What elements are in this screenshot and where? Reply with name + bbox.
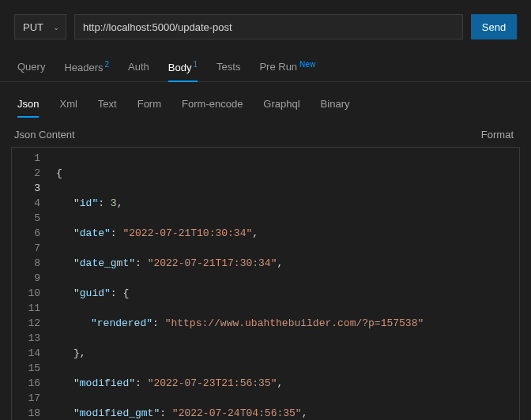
content-title: Json Content bbox=[14, 129, 75, 141]
tab-headers[interactable]: Headers2 bbox=[64, 54, 109, 81]
tab-headers-count: 2 bbox=[105, 60, 110, 69]
http-method-value: PUT bbox=[23, 21, 43, 33]
format-button[interactable]: Format bbox=[481, 129, 514, 141]
request-bar: PUT ⌄ Send bbox=[0, 0, 531, 51]
subtab-graphql[interactable]: Graphql bbox=[263, 93, 299, 118]
tab-body-count: 1 bbox=[194, 60, 198, 69]
tab-query[interactable]: Query bbox=[17, 54, 45, 81]
url-input[interactable] bbox=[74, 14, 463, 39]
subtab-formencode[interactable]: Form-encode bbox=[182, 93, 243, 118]
tab-body-label: Body bbox=[168, 62, 192, 73]
tab-tests[interactable]: Tests bbox=[217, 54, 240, 81]
body-subtabs: Json Xml Text Form Form-encode Graphql B… bbox=[0, 82, 531, 118]
tab-headers-label: Headers bbox=[64, 62, 103, 73]
tab-prerun-label: Pre Run bbox=[259, 61, 297, 73]
subtab-form[interactable]: Form bbox=[137, 93, 161, 118]
subtab-text[interactable]: Text bbox=[98, 93, 117, 118]
code-content[interactable]: { "id": 3, "date": "2022-07-21T10:30:34"… bbox=[50, 148, 487, 420]
chevron-down-icon: ⌄ bbox=[53, 23, 59, 32]
subtab-json[interactable]: Json bbox=[17, 93, 39, 118]
request-tabs: Query Headers2 Auth Body1 Tests Pre RunN… bbox=[0, 51, 531, 82]
send-button[interactable]: Send bbox=[471, 14, 517, 39]
subtab-binary[interactable]: Binary bbox=[321, 93, 350, 118]
subtab-xml[interactable]: Xml bbox=[59, 93, 77, 118]
line-gutter: 1 2 3 4 5 6 7 8 9 10 11 12 13 14 15 16 1… bbox=[12, 148, 50, 420]
http-method-select[interactable]: PUT ⌄ bbox=[14, 14, 66, 39]
tab-auth[interactable]: Auth bbox=[128, 54, 149, 81]
code-editor[interactable]: 1 2 3 4 5 6 7 8 9 10 11 12 13 14 15 16 1… bbox=[11, 147, 520, 420]
new-badge: New bbox=[299, 60, 315, 69]
tab-prerun[interactable]: Pre RunNew bbox=[259, 54, 315, 81]
content-header: Json Content Format bbox=[0, 118, 531, 147]
tab-body[interactable]: Body1 bbox=[168, 54, 198, 81]
